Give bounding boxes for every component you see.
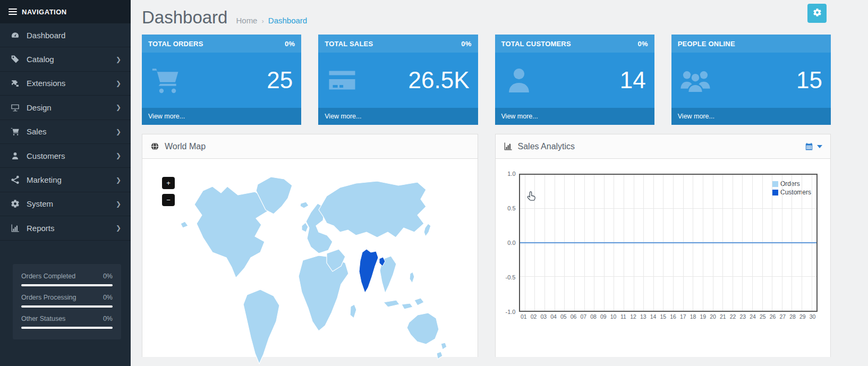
progress-bar <box>21 284 113 286</box>
globe-icon <box>150 142 159 151</box>
x-tick-label: 01 <box>519 313 529 320</box>
order-status-summary: Orders Completed 0% Orders Processing 0%… <box>13 264 121 339</box>
sidebar-item-label: Catalog <box>27 55 54 64</box>
x-tick-label: 02 <box>529 313 539 320</box>
x-tick-label: 19 <box>698 313 708 320</box>
tile-value: 26.5K <box>409 67 470 93</box>
x-tick-label: 08 <box>589 313 599 320</box>
map-zoom-in-button[interactable]: + <box>162 177 175 189</box>
stat-label: Other Statuses <box>21 315 65 322</box>
y-tick-label: -1.0 <box>506 309 516 315</box>
sidebar-item-system[interactable]: System ❯ <box>0 192 131 216</box>
tile-percent: 0% <box>638 40 648 48</box>
x-tick-label: 11 <box>618 313 628 320</box>
bar-chart-icon <box>11 224 20 233</box>
x-tick-label: 10 <box>608 313 618 320</box>
x-tick-label: 27 <box>778 313 788 320</box>
tile-title: TOTAL SALES <box>325 40 373 48</box>
panels-row: World Map + − <box>142 134 831 357</box>
cart-icon <box>149 65 182 95</box>
chevron-right-icon: ❯ <box>116 128 121 135</box>
y-tick-label: 1.0 <box>507 171 515 177</box>
gridline-horizontal <box>520 276 817 277</box>
chart-plot-area[interactable]: OrdersCustomers <box>519 174 818 312</box>
page-title: Dashboard <box>142 7 227 28</box>
cart-icon <box>11 127 20 136</box>
breadcrumb-separator: › <box>261 17 263 25</box>
sidebar-item-extensions[interactable]: Extensions ❯ <box>0 72 131 96</box>
chevron-right-icon: ❯ <box>116 80 121 87</box>
x-tick-label: 25 <box>758 313 768 320</box>
map-zoom-out-button[interactable]: − <box>162 194 175 206</box>
sales-analytics-body: 1.00.50.0-0.5-1.0 OrdersCustomers 010203… <box>496 159 831 357</box>
x-tick-label: 21 <box>718 313 728 320</box>
stat-tiles-row: TOTAL ORDERS 0% 25 View more... TOTAL SA… <box>142 35 831 125</box>
settings-button[interactable] <box>807 4 827 23</box>
legend-label: Orders <box>780 180 800 188</box>
mouse-cursor-pointer <box>526 191 538 203</box>
x-tick-label: 04 <box>549 313 559 320</box>
view-more-link[interactable]: View more... <box>495 108 654 125</box>
legend-swatch <box>772 190 778 195</box>
panel-title: World Map <box>165 142 206 151</box>
monitor-icon <box>11 103 20 112</box>
gear-icon <box>11 199 20 208</box>
x-tick-label: 26 <box>768 313 778 320</box>
x-tick-label: 22 <box>728 313 738 320</box>
x-tick-label: 30 <box>807 313 818 320</box>
x-tick-label: 23 <box>738 313 748 320</box>
sidebar-item-catalog[interactable]: Catalog ❯ <box>0 47 131 71</box>
sidebar-navigation-header: NAVIGATION <box>0 0 131 23</box>
tile-total-customers: TOTAL CUSTOMERS 0% 14 View more... <box>495 35 654 125</box>
map-zoom-controls: + − <box>162 177 175 206</box>
tile-title: PEOPLE ONLINE <box>678 40 735 48</box>
world-map-panel: World Map + − <box>142 134 478 357</box>
world-map[interactable] <box>175 173 452 366</box>
main-content: Dashboard Home › Dashboard TOTAL ORDERS … <box>131 0 868 366</box>
progress-bar <box>21 305 113 308</box>
sidebar-item-label: Sales <box>27 127 47 136</box>
sidebar-item-design[interactable]: Design ❯ <box>0 96 131 120</box>
sidebar-item-dashboard[interactable]: Dashboard <box>0 23 131 47</box>
sidebar-item-reports[interactable]: Reports ❯ <box>0 216 131 240</box>
sales-analytics-panel: Sales Analytics 1.00.50.0-0.5-1.0 Orders… <box>495 134 831 357</box>
view-more-link[interactable]: View more... <box>318 108 478 125</box>
chart-range-dropdown[interactable] <box>805 142 822 151</box>
tile-total-orders: TOTAL ORDERS 0% 25 View more... <box>142 35 301 125</box>
stat-label: Orders Completed <box>21 273 75 280</box>
dashboard-gauge-icon <box>11 31 20 40</box>
panel-title: Sales Analytics <box>518 142 575 151</box>
sidebar-item-label: System <box>27 199 53 208</box>
x-tick-label: 16 <box>668 313 678 320</box>
gear-icon <box>813 8 822 19</box>
view-more-link[interactable]: View more... <box>142 108 301 125</box>
stat-orders-processing: Orders Processing 0% <box>21 294 113 308</box>
sidebar-item-label: Dashboard <box>27 31 65 40</box>
sidebar-item-label: Marketing <box>27 175 62 184</box>
progress-bar <box>21 327 113 329</box>
stat-value: 0% <box>103 273 113 280</box>
chevron-right-icon: ❯ <box>116 104 121 111</box>
x-tick-label: 03 <box>539 313 549 320</box>
user-icon <box>503 65 535 95</box>
puzzle-icon <box>11 79 20 88</box>
users-group-icon <box>679 65 712 95</box>
sidebar-item-sales[interactable]: Sales ❯ <box>0 120 131 144</box>
stat-value: 0% <box>103 294 113 301</box>
opencart-admin-dashboard: { "sidebar": { "header": "NAVIGATION", "… <box>0 0 868 366</box>
chart-y-axis: 1.00.50.0-0.5-1.0 <box>503 174 519 312</box>
sidebar-item-marketing[interactable]: Marketing ❯ <box>0 168 131 192</box>
legend-swatch <box>772 181 778 187</box>
stat-value: 0% <box>103 315 113 322</box>
x-tick-label: 20 <box>708 313 718 320</box>
view-more-link[interactable]: View more... <box>671 108 831 125</box>
sidebar-item-label: Design <box>27 103 52 112</box>
gridline-horizontal <box>520 208 817 209</box>
chevron-right-icon: ❯ <box>116 176 121 184</box>
sidebar-item-customers[interactable]: Customers ❯ <box>0 144 131 168</box>
breadcrumb-home-link[interactable]: Home <box>236 16 257 25</box>
chevron-down-icon <box>817 145 822 148</box>
sidebar-navigation-label: NAVIGATION <box>22 8 67 16</box>
chart-zero-value-line <box>520 242 817 243</box>
sidebar-item-label: Extensions <box>27 79 65 88</box>
